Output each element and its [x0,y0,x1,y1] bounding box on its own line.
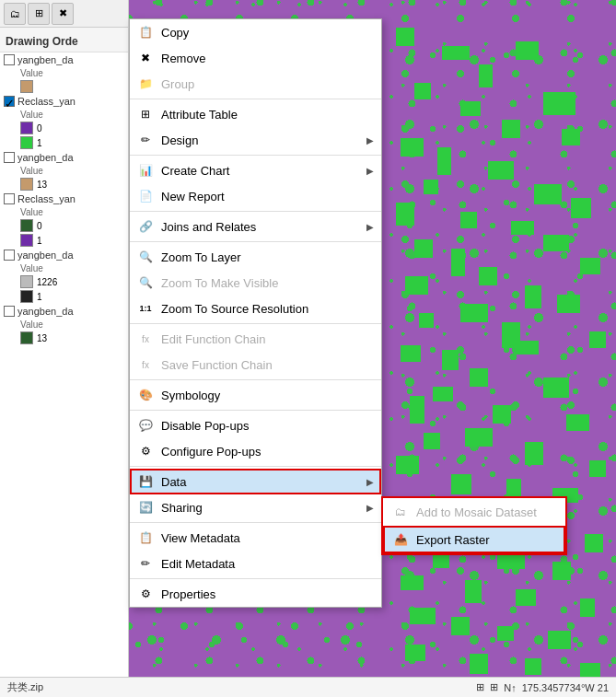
menu-item-copy[interactable]: 📋 Copy [130,19,381,45]
color-swatch [20,331,33,344]
layer-item[interactable]: yangben_da [0,248,128,262]
menu-item-configure-popups[interactable]: ⚙ Configure Pop-ups [130,438,381,464]
layer-value-label: Value [0,109,128,121]
color-swatch [20,136,33,149]
layer-item[interactable]: Reclass_yan [0,192,128,206]
layer-swatch-row: 1226 [0,274,128,289]
menu-item-symbology[interactable]: 🎨 Symbology [130,382,381,408]
coordinates: 175.3457734°W 21 [522,682,609,693]
menu-item-new-report[interactable]: 📄 New Report [130,183,381,209]
symbology-icon: 🎨 [137,387,154,403]
menu-label-data: Data [161,475,359,489]
panel-title: Drawing Orde [0,28,128,52]
menu-label-new-report: New Report [161,190,374,203]
submenu-item-add-mosaic: 🗂 Add to Mosaic Dataset [383,498,565,526]
menu-item-properties[interactable]: ⚙ Properties [130,581,381,607]
menu-label-sharing: Sharing [161,501,359,515]
color-swatch [20,178,33,191]
export-raster-icon: 📤 [392,531,409,548]
group-icon: 📁 [137,76,154,92]
save-function-icon: fx [137,356,154,373]
submenu-arrow: ▶ [366,503,374,513]
color-swatch [20,219,33,232]
status-icon-2: ⊞ [490,681,498,693]
menu-item-joins-relates[interactable]: 🔗 Joins and Relates ▶ [130,214,381,239]
separator [130,379,381,380]
edit-function-icon: fx [137,331,154,347]
menu-item-data[interactable]: 💾 Data ▶ [130,469,381,494]
view-metadata-icon: 📋 [137,529,154,546]
layer-item[interactable]: yangben_da [0,52,128,67]
menu-item-save-function: fx Save Function Chain [130,352,381,378]
menu-label-copy: Copy [161,26,374,40]
separator [130,522,381,523]
layer-name: Reclass_yan [17,193,76,204]
menu-item-sharing[interactable]: 🔄 Sharing ▶ [130,494,381,520]
table-icon: ⊞ [137,106,154,122]
submenu-arrow: ▶ [366,166,374,176]
configure-popups-icon: ⚙ [137,443,154,459]
menu-item-remove[interactable]: ✖ Remove [130,45,381,71]
design-icon: ✏ [137,132,154,148]
layer-name: yangben_da [17,306,74,317]
zoom-visible-icon: 🔍 [137,274,154,291]
layer-item[interactable]: ✓ Reclass_yan [0,94,128,109]
layer-checkbox-checked[interactable]: ✓ [4,96,15,107]
menu-item-group: 📁 Group [130,71,381,97]
separator [130,211,381,212]
submenu-item-export-raster[interactable]: 📤 Export Raster [383,526,565,553]
menu-label-edit-function: Edit Function Chain [161,332,374,346]
menu-label-edit-metadata: Edit Metadata [161,557,374,571]
submenu-label-add-mosaic: Add to Mosaic Dataset [416,505,537,519]
color-swatch [20,234,33,247]
layer-swatch-row: 13 [0,177,128,192]
menu-item-attribute-table[interactable]: ⊞ Attribute Table [130,101,381,127]
layer-checkbox[interactable] [4,152,15,163]
data-icon: 💾 [137,473,154,490]
layer-name: Reclass_yan [17,96,76,107]
zoom-source-icon: 1:1 [137,300,154,317]
menu-label-group: Group [161,77,374,91]
left-panel: 🗂 ⊞ ✖ Drawing Orde yangben_da Value ✓ Re… [0,0,129,697]
layer-swatch-row: 1 [0,135,128,150]
status-bar: 共类.zip ⊞ ⊞ N↑ 175.3457734°W 21 [0,677,616,697]
toolbar-icon-3[interactable]: ✖ [52,3,74,25]
menu-item-create-chart[interactable]: 📊 Create Chart ▶ [130,157,381,183]
layer-value-label: Value [0,206,128,218]
separator [130,155,381,156]
menu-item-edit-metadata[interactable]: ✏ Edit Metadata [130,551,381,576]
zoom-icon: 🔍 [137,249,154,265]
chart-icon: 📊 [137,162,154,179]
menu-item-view-metadata[interactable]: 📋 View Metadata [130,525,381,551]
copy-icon: 📋 [137,24,154,41]
disable-popups-icon: 💬 [137,417,154,434]
toolbar-icon-2[interactable]: ⊞ [28,3,50,25]
submenu-arrow: ▶ [366,222,374,232]
separator [130,578,381,579]
layer-checkbox[interactable] [4,193,15,204]
layer-value-label: Value [0,67,128,79]
separator [130,410,381,411]
layer-item[interactable]: yangben_da [0,150,128,165]
menu-label-create-chart: Create Chart [161,164,359,178]
status-icon-1: ⊞ [476,681,484,693]
menu-item-design[interactable]: ✏ Design ▶ [130,127,381,153]
context-menu: 📋 Copy ✖ Remove 📁 Group ⊞ Attribute Tabl… [129,18,382,608]
report-icon: 📄 [137,188,154,204]
panel-toolbar: 🗂 ⊞ ✖ [0,0,129,28]
menu-item-zoom-source[interactable]: 1:1 Zoom To Source Resolution [130,296,381,321]
toolbar-icon-1[interactable]: 🗂 [4,3,26,25]
menu-item-zoom-visible: 🔍 Zoom To Make Visible [130,270,381,296]
menu-label-zoom-source: Zoom To Source Resolution [161,302,374,316]
layer-name: yangben_da [17,152,74,163]
layer-checkbox[interactable] [4,250,15,261]
color-swatch [20,80,33,93]
layer-name: yangben_da [17,250,74,261]
layer-value-label: Value [0,319,128,331]
submenu-label-export-raster: Export Raster [416,533,489,547]
layer-checkbox[interactable] [4,54,15,65]
layer-checkbox[interactable] [4,306,15,317]
menu-item-disable-popups[interactable]: 💬 Disable Pop-ups [130,412,381,438]
layer-item[interactable]: yangben_da [0,304,128,319]
menu-item-zoom-layer[interactable]: 🔍 Zoom To Layer [130,244,381,270]
